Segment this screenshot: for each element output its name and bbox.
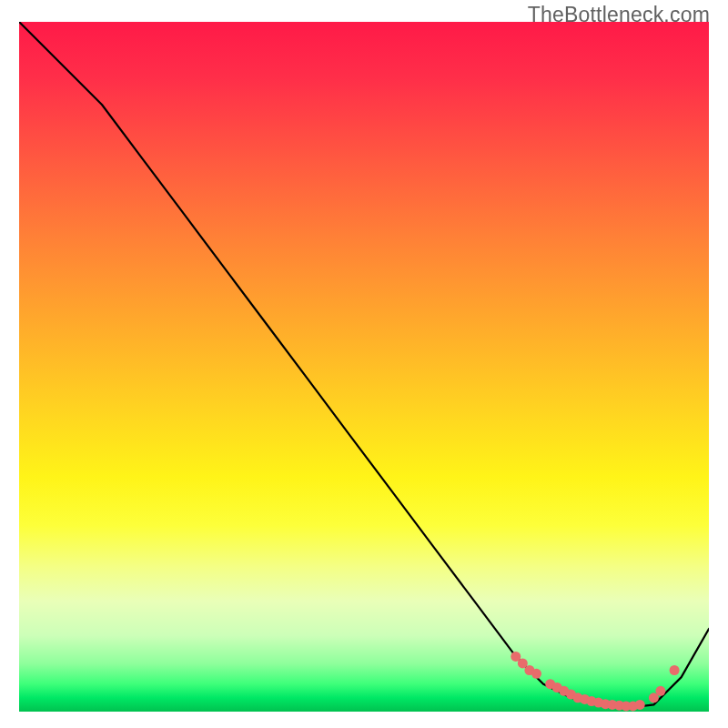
highlight-point — [524, 665, 534, 675]
line-series — [19, 22, 709, 708]
highlight-point — [607, 700, 617, 710]
highlight-point — [635, 700, 645, 710]
highlight-point — [649, 693, 659, 703]
highlight-point — [628, 701, 638, 711]
highlight-point — [545, 679, 555, 689]
highlight-point — [559, 686, 569, 696]
highlight-point — [655, 686, 665, 696]
highlight-point — [566, 690, 576, 700]
highlight-point — [511, 652, 521, 662]
highlight-point — [573, 693, 583, 703]
highlight-point — [518, 658, 528, 668]
chart-svg — [19, 22, 709, 712]
chart-container: TheBottleneck.com — [0, 0, 728, 728]
highlight-point — [670, 665, 680, 675]
highlight-point — [601, 699, 611, 709]
highlight-point — [552, 682, 562, 693]
highlight-point — [587, 696, 597, 706]
highlight-point — [593, 698, 603, 708]
highlight-point — [531, 669, 541, 679]
highlight-point — [622, 701, 632, 711]
highlight-point — [614, 701, 624, 711]
plot-area — [19, 22, 709, 712]
highlight-point — [580, 694, 590, 704]
highlight-points — [511, 652, 679, 712]
bottleneck-curve — [19, 22, 709, 708]
